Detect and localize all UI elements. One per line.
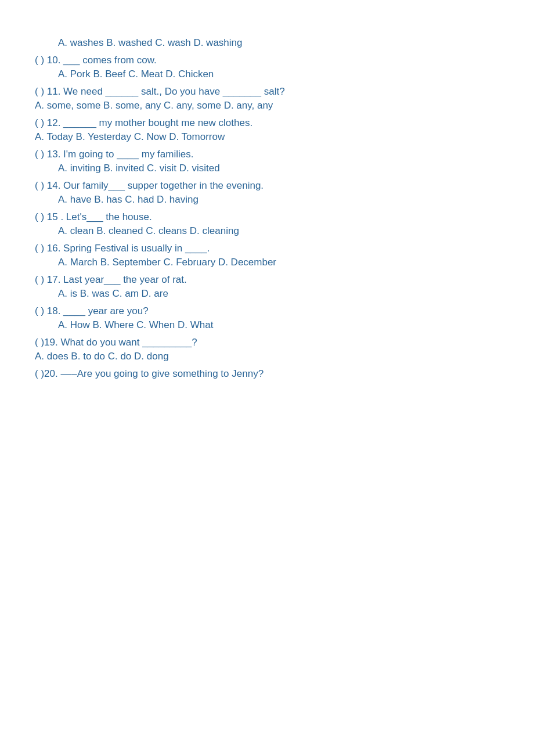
question-13: ( ) 13. I'm going to ____ my families. A…	[35, 149, 499, 174]
q15-options: A. clean B. cleaned C. cleans D. cleanin…	[58, 225, 499, 237]
q11-question: ( ) 11. We need ______ salt., Do you hav…	[35, 86, 499, 98]
q12-question: ( ) 12. ______ my mother bought me new c…	[35, 117, 499, 129]
q18-options: A. How B. Where C. When D. What	[58, 319, 499, 331]
exam-content: A. washes B. washed C. wash D. washing (…	[35, 37, 499, 380]
q18-question: ( ) 18. ____ year are you?	[35, 305, 499, 317]
q12-options: A. Today B. Yesterday C. Now D. Tomorrow	[35, 131, 499, 143]
question-14: ( ) 14. Our family___ supper together in…	[35, 180, 499, 206]
question-16: ( ) 16. Spring Festival is usually in __…	[35, 243, 499, 268]
question-12: ( ) 12. ______ my mother bought me new c…	[35, 117, 499, 143]
q13-question: ( ) 13. I'm going to ____ my families.	[35, 149, 499, 160]
question-19: ( )19. What do you want _________? A. do…	[35, 337, 499, 362]
q19-options: A. does B. to do C. do D. dong	[35, 351, 499, 362]
q19-question: ( )19. What do you want _________?	[35, 337, 499, 348]
question-10: ( ) 10. ___ comes from cow. A. Pork B. B…	[35, 55, 499, 80]
q17-options: A. is B. was C. am D. are	[58, 288, 499, 300]
question-15: ( ) 15 . Let's___ the house. A. clean B.…	[35, 211, 499, 237]
question-11: ( ) 11. We need ______ salt., Do you hav…	[35, 86, 499, 111]
q16-options: A. March B. September C. February D. Dec…	[58, 257, 499, 268]
q20-question: ( )20. –––Are you going to give somethin…	[35, 368, 499, 380]
q10-options: A. Pork B. Beef C. Meat D. Chicken	[58, 69, 499, 80]
q17-question: ( ) 17. Last year___ the year of rat.	[35, 274, 499, 286]
q10-question: ( ) 10. ___ comes from cow.	[35, 55, 499, 66]
q15-question: ( ) 15 . Let's___ the house.	[35, 211, 499, 223]
question-20: ( )20. –––Are you going to give somethin…	[35, 368, 499, 380]
q16-question: ( ) 16. Spring Festival is usually in __…	[35, 243, 499, 254]
q11-options: A. some, some B. some, any C. any, some …	[35, 100, 499, 111]
q13-options: A. inviting B. invited C. visit D. visit…	[58, 163, 499, 174]
q9-options-block: A. washes B. washed C. wash D. washing	[58, 37, 499, 49]
q14-options: A. have B. has C. had D. having	[58, 194, 499, 206]
question-17: ( ) 17. Last year___ the year of rat. A.…	[35, 274, 499, 300]
question-18: ( ) 18. ____ year are you? A. How B. Whe…	[35, 305, 499, 331]
q9-options-line: A. washes B. washed C. wash D. washing	[58, 37, 242, 48]
q14-question: ( ) 14. Our family___ supper together in…	[35, 180, 499, 192]
